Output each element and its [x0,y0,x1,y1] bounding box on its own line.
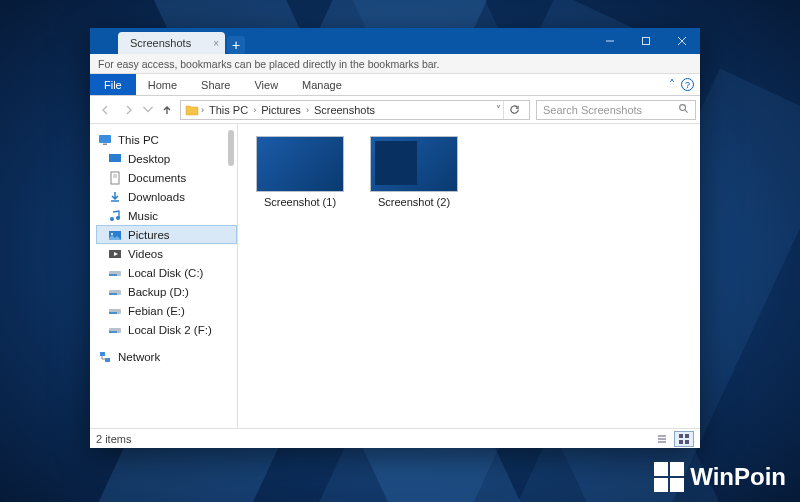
svg-rect-25 [109,331,117,333]
tab-title: Screenshots [130,37,191,49]
file-item[interactable]: Screenshot (2) [366,136,462,208]
sidebar-item-local-disk-c[interactable]: Local Disk (C:) [96,263,237,282]
explorer-window: Screenshots × + For easy access, bookmar… [90,28,700,448]
svg-point-4 [680,105,686,111]
thumbnails-view-icon [678,433,690,445]
svg-point-14 [116,216,120,220]
back-button[interactable] [94,99,116,121]
ribbon-tab-home[interactable]: Home [136,74,189,95]
help-icon[interactable]: ? [681,78,694,91]
sidebar-item-documents[interactable]: Documents [96,168,237,187]
maximize-icon [641,36,651,46]
details-view-icon [656,433,668,445]
network-icon [98,350,112,364]
minimize-icon [605,36,615,46]
up-button[interactable] [156,99,178,121]
close-icon[interactable]: × [213,38,219,49]
svg-rect-34 [685,440,689,444]
pictures-icon [108,228,122,242]
ribbon-tab-share[interactable]: Share [189,74,242,95]
thumbnail [256,136,344,192]
arrow-up-icon [161,104,173,116]
svg-rect-9 [111,172,119,184]
breadcrumb-segment[interactable]: Pictures [258,104,304,116]
maximize-button[interactable] [628,28,664,54]
navigation-pane: This PC Desktop Documents Downloads Musi… [90,124,238,428]
new-tab-button[interactable]: + [227,36,245,54]
svg-rect-8 [109,154,121,162]
file-item[interactable]: Screenshot (1) [252,136,348,208]
ribbon-tab-manage[interactable]: Manage [290,74,354,95]
address-bar: › This PC › Pictures › Screenshots ˅ Sea… [90,96,700,124]
svg-rect-32 [685,434,689,438]
svg-line-5 [685,110,688,113]
document-icon [108,171,122,185]
sidebar-item-local-disk-2-f[interactable]: Local Disk 2 (F:) [96,320,237,339]
svg-rect-23 [109,312,117,314]
minimize-button[interactable] [592,28,628,54]
svg-rect-21 [109,293,117,295]
chevron-down-icon [142,104,154,116]
breadcrumb-segment[interactable]: Screenshots [311,104,378,116]
chevron-right-icon[interactable]: › [201,105,204,115]
svg-rect-26 [100,352,105,356]
disk-icon [108,285,122,299]
sidebar-item-this-pc[interactable]: This PC [96,130,237,149]
titlebar: Screenshots × + [90,28,700,54]
recent-dropdown[interactable] [142,99,154,121]
download-icon [108,190,122,204]
refresh-button[interactable] [503,101,525,119]
refresh-icon [509,104,520,115]
videos-icon [108,247,122,261]
watermark: WinPoin [654,462,786,492]
search-placeholder: Search Screenshots [543,104,642,116]
ribbon: File Home Share View Manage ˄ ? [90,74,700,96]
close-icon [677,36,687,46]
chevron-up-icon[interactable]: ˄ [669,78,675,92]
monitor-icon [98,133,112,147]
plus-icon: + [232,38,240,52]
ribbon-file-tab[interactable]: File [90,74,136,95]
thumbnails-view-button[interactable] [674,431,694,447]
close-button[interactable] [664,28,700,54]
search-input[interactable]: Search Screenshots [536,100,696,120]
svg-rect-33 [679,440,683,444]
breadcrumb[interactable]: › This PC › Pictures › Screenshots ˅ [180,100,530,120]
status-bar: 2 items [90,428,700,448]
windows-logo-icon [654,462,684,492]
sidebar-item-backup-d[interactable]: Backup (D:) [96,282,237,301]
disk-icon [108,323,122,337]
thumbnail [370,136,458,192]
svg-rect-31 [679,434,683,438]
svg-point-13 [110,217,114,221]
desktop-icon [108,152,122,166]
sidebar-item-downloads[interactable]: Downloads [96,187,237,206]
svg-point-16 [111,233,113,235]
file-label: Screenshot (2) [366,196,462,208]
breadcrumb-segment[interactable]: This PC [206,104,251,116]
svg-rect-6 [99,135,111,143]
chevron-down-icon[interactable]: ˅ [496,104,501,115]
sidebar-item-febian-e[interactable]: Febian (E:) [96,301,237,320]
chevron-right-icon[interactable]: › [253,105,256,115]
chevron-right-icon[interactable]: › [306,105,309,115]
svg-rect-19 [109,274,117,276]
disk-icon [108,266,122,280]
music-icon [108,209,122,223]
ribbon-tab-view[interactable]: View [242,74,290,95]
sidebar-item-desktop[interactable]: Desktop [96,149,237,168]
file-label: Screenshot (1) [252,196,348,208]
scrollbar-thumb[interactable] [228,130,234,166]
sidebar-item-network[interactable]: Network [96,347,237,366]
sidebar-item-videos[interactable]: Videos [96,244,237,263]
svg-rect-7 [103,143,107,145]
bookmarks-hint: For easy access, bookmarks can be placed… [98,58,439,70]
details-view-button[interactable] [652,431,672,447]
arrow-left-icon [99,104,111,116]
forward-button[interactable] [118,99,140,121]
browser-tab[interactable]: Screenshots × [118,32,225,54]
svg-rect-1 [643,38,650,45]
sidebar-item-music[interactable]: Music [96,206,237,225]
sidebar-item-pictures[interactable]: Pictures [96,225,237,244]
item-count: 2 items [96,433,131,445]
